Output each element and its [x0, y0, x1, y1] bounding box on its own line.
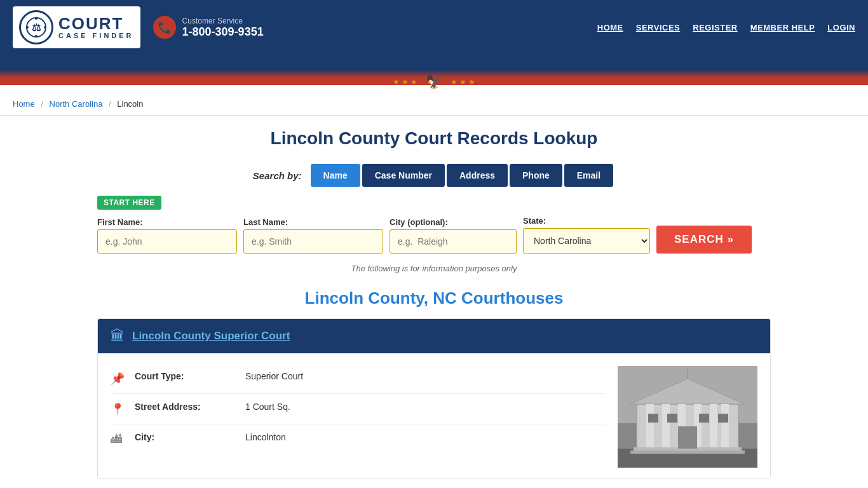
svg-rect-20 — [648, 414, 658, 423]
first-name-group: First Name: — [97, 217, 237, 254]
phone-icon: 📞 — [153, 16, 176, 39]
logo-court-text: COURT — [58, 15, 134, 32]
first-name-input[interactable] — [97, 229, 237, 254]
svg-point-2 — [35, 17, 37, 20]
courthouses-title: Lincoln County, NC Courthouses — [97, 288, 771, 308]
site-logo[interactable]: ⚖ COURT CASE FINDER — [13, 6, 140, 48]
svg-rect-11 — [646, 404, 654, 449]
court-type-icon: 📌 — [111, 372, 126, 386]
court-type-label: Court Type: — [135, 371, 236, 381]
search-by-row: Search by: Name Case Number Address Phon… — [97, 164, 771, 187]
breadcrumb-sep-2: / — [109, 99, 111, 109]
breadcrumb-sep-1: / — [41, 99, 43, 109]
last-name-label: Last Name: — [243, 217, 383, 227]
courthouse-image — [618, 366, 757, 468]
city-label: City (optional): — [390, 217, 517, 227]
courthouse-detail-city: 🏙 City: Lincolnton — [111, 424, 605, 454]
courthouse-card-body: 📌 Court Type: Superior Court 📍 Street Ad… — [98, 353, 770, 478]
courthouse-detail-type: 📌 Court Type: Superior Court — [111, 363, 605, 394]
svg-point-4 — [26, 26, 29, 29]
breadcrumb-county: Lincoln — [117, 99, 143, 109]
customer-service-label: Customer Service — [182, 17, 264, 25]
logo-case-finder-text: CASE FINDER — [58, 32, 134, 39]
last-name-input[interactable] — [243, 229, 383, 254]
tab-email[interactable]: Email — [564, 164, 613, 187]
svg-rect-22 — [699, 414, 709, 423]
address-label: Street Address: — [135, 402, 236, 412]
search-by-label: Search by: — [253, 170, 302, 181]
svg-rect-15 — [710, 404, 717, 449]
search-form-container: START HERE First Name: Last Name: City (… — [97, 196, 771, 254]
svg-rect-12 — [662, 404, 670, 449]
nav-member-help[interactable]: MEMBER HELP — [750, 23, 815, 32]
city-detail-label: City: — [135, 432, 236, 442]
star-right: ★ ★ ★ — [451, 78, 476, 86]
state-select[interactable]: North Carolina — [523, 228, 650, 254]
breadcrumb: Home / North Carolina / Lincoln — [0, 93, 868, 116]
courthouse-details: 📌 Court Type: Superior Court 📍 Street Ad… — [111, 363, 605, 468]
tab-address[interactable]: Address — [447, 164, 508, 187]
svg-rect-23 — [718, 414, 728, 423]
search-form: First Name: Last Name: City (optional): … — [97, 216, 771, 254]
page-title: Lincoln County Court Records Lookup — [97, 128, 771, 149]
stars-banner: ★ ★ ★ 🦅 ★ ★ ★ — [0, 55, 868, 93]
city-input[interactable] — [390, 229, 517, 254]
address-icon: 📍 — [111, 402, 126, 416]
svg-text:⚖: ⚖ — [32, 22, 41, 33]
start-here-badge: START HERE — [97, 196, 161, 210]
address-value: 1 Court Sq. — [245, 402, 290, 412]
courthouse-name-link[interactable]: Lincoln County Superior Court — [132, 330, 290, 342]
nav-login[interactable]: LOGIN — [827, 23, 855, 32]
tab-name[interactable]: Name — [311, 164, 360, 187]
site-header: ⚖ COURT CASE FINDER 📞 Customer Service — [0, 0, 868, 93]
court-type-value: Superior Court — [245, 371, 303, 381]
customer-service-phone: 1-800-309-9351 — [182, 25, 264, 39]
courthouse-card: 🏛 Lincoln County Superior Court 📌 Court … — [97, 318, 771, 478]
svg-rect-16 — [721, 404, 729, 449]
info-note: The following is for information purpose… — [97, 264, 771, 273]
state-label: State: — [523, 216, 650, 226]
svg-rect-21 — [667, 414, 677, 423]
nav-services[interactable]: SERVICES — [636, 23, 681, 32]
tab-case-number[interactable]: Case Number — [362, 164, 445, 187]
state-group: State: North Carolina — [523, 216, 650, 254]
last-name-group: Last Name: — [243, 217, 383, 254]
breadcrumb-home[interactable]: Home — [13, 99, 35, 109]
first-name-label: First Name: — [97, 217, 237, 227]
city-icon: 🏙 — [111, 433, 126, 446]
svg-point-3 — [35, 35, 37, 37]
breadcrumb-state[interactable]: North Carolina — [50, 99, 103, 109]
courthouse-card-header: 🏛 Lincoln County Superior Court — [98, 319, 770, 353]
tab-phone[interactable]: Phone — [510, 164, 562, 187]
city-group: City (optional): — [390, 217, 517, 254]
search-button[interactable]: SEARCH » — [656, 226, 752, 254]
nav-home[interactable]: HOME — [597, 23, 623, 32]
star-left: ★ ★ ★ — [393, 78, 418, 86]
courthouse-building-icon: 🏛 — [111, 328, 125, 344]
main-content: Lincoln County Court Records Lookup Sear… — [85, 116, 783, 488]
svg-rect-19 — [678, 426, 697, 449]
logo-icon: ⚖ — [19, 10, 53, 44]
main-nav: HOME SERVICES REGISTER MEMBER HELP LOGIN — [597, 23, 855, 32]
svg-point-5 — [44, 26, 46, 29]
courthouse-detail-address: 📍 Street Address: 1 Court Sq. — [111, 394, 605, 424]
eagle-icon: 🦅 — [426, 74, 443, 90]
nav-register[interactable]: REGISTER — [693, 23, 737, 32]
city-detail-value: Lincolnton — [245, 432, 286, 442]
customer-service: 📞 Customer Service 1-800-309-9351 — [153, 16, 264, 39]
svg-rect-18 — [630, 451, 745, 454]
